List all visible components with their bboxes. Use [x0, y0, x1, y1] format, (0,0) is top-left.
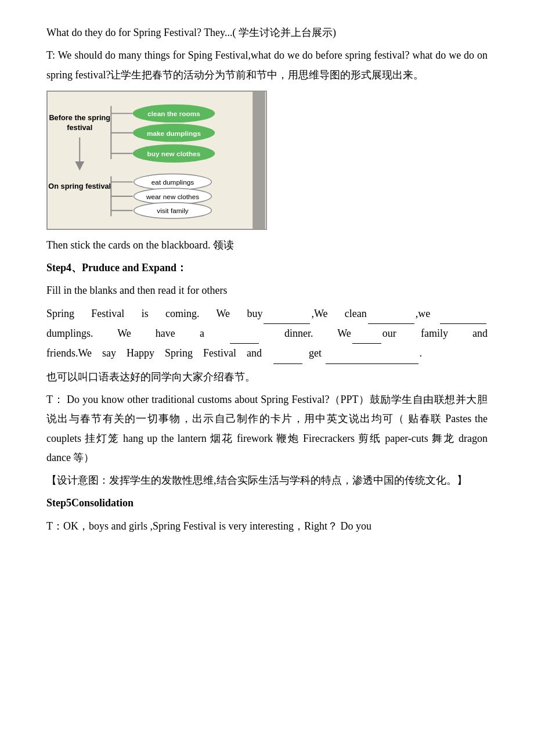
svg-text:festival: festival — [67, 123, 92, 132]
svg-text:clean the rooms: clean the rooms — [147, 110, 200, 118]
mind-map-image: Before the spring festival clean the roo… — [46, 91, 267, 230]
fill-blank-paragraph: Spring Festival is coming. We buy ,We cl… — [46, 304, 488, 364]
intro-line2: T: We should do many things for Sping Fe… — [46, 46, 488, 85]
main-content: What do they do for Spring Festival? The… — [46, 23, 488, 536]
blank3 — [440, 304, 486, 324]
svg-text:visit family: visit family — [157, 207, 189, 215]
intro-line1: What do they do for Spring Festival? The… — [46, 23, 488, 42]
design-block: 【设计意图：发挥学生的发散性思维,结合实际生活与学科的特点，渗透中国的传统文化。… — [46, 471, 488, 490]
and-text: and — [472, 327, 488, 339]
svg-text:buy new clothes: buy new clothes — [147, 150, 201, 158]
svg-text:On spring festival: On spring festival — [48, 182, 111, 190]
mind-map-container: Before the spring festival clean the roo… — [46, 91, 488, 230]
step4-line1: Fill in the blanks and then read it for … — [46, 281, 488, 300]
blank2 — [368, 304, 414, 324]
blank1 — [264, 304, 310, 324]
step5-heading: Step5Consolidation — [46, 494, 488, 513]
after-image-line: Then stick the cards on the blackboard. … — [46, 236, 488, 255]
blank5 — [352, 324, 381, 344]
t-line1: T： Do you know other traditional customs… — [46, 390, 488, 467]
oral-line: 也可以叫口语表达好的同学向大家介绍春节。 — [46, 368, 488, 387]
blank7 — [326, 344, 418, 363]
family-text: family — [421, 327, 448, 339]
blank6 — [273, 344, 302, 363]
svg-text:make dumplings: make dumplings — [147, 129, 201, 138]
svg-rect-25 — [252, 92, 265, 229]
svg-text:wear new clothes: wear new clothes — [146, 193, 199, 201]
step5-line: T：OK，boys and girls ,Spring Festival is … — [46, 517, 488, 536]
svg-text:Before the spring: Before the spring — [49, 113, 110, 122]
step4-heading: Step4、Pruduce and Expand： — [46, 258, 488, 278]
mind-map-svg: Before the spring festival clean the roo… — [48, 92, 266, 229]
blank4 — [230, 324, 259, 344]
svg-text:eat dumplings: eat dumplings — [151, 178, 194, 186]
